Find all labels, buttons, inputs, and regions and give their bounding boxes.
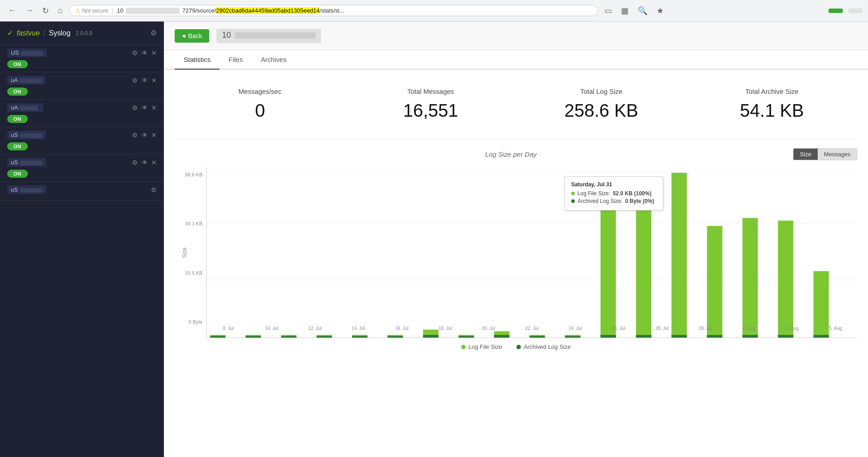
legend-dot-archive xyxy=(516,345,521,349)
main-content: Back 10 Statistics Files Archives Messag… xyxy=(164,22,868,457)
logo-version: 2.0.0.9 xyxy=(76,30,93,36)
y-axis: 58.6 KB 39.1 KB 19.5 KB 0 Byte xyxy=(175,167,206,338)
x-label-13: 1. Aug xyxy=(727,326,771,331)
sidebar: ✓ fastvue | Syslog 2.0.0.9 ⚙ US ⚙ 👁 ✕ ON xyxy=(0,22,164,457)
source-name-1: US xyxy=(7,48,47,57)
x-label-9: 24. Jul xyxy=(554,326,597,331)
tooltip-archive-value: 0 Byte (0%) xyxy=(625,198,654,204)
sidebar-item-2: uA ⚙ 👁 ✕ ON xyxy=(0,72,164,100)
logo-separator: | xyxy=(44,29,45,37)
toggle-btn-3[interactable]: ON xyxy=(7,115,28,123)
eye-icon-2[interactable]: 👁 xyxy=(141,77,148,84)
y-label-2: 39.1 KB xyxy=(185,221,203,226)
cast-button[interactable]: ▭ xyxy=(602,4,615,18)
gear-icon-1[interactable]: ⚙ xyxy=(132,49,138,57)
stat-total-messages: Total Messages 16,551 xyxy=(345,80,516,128)
y-axis-title: Size xyxy=(181,247,188,258)
chart-toggle-size[interactable]: Size xyxy=(793,149,817,160)
forward-nav-button[interactable]: → xyxy=(22,4,36,17)
tab-archives[interactable]: Archives xyxy=(252,50,296,70)
browser-action-btn1[interactable] xyxy=(828,9,843,13)
browser-chrome: ← → ↻ ⌂ ⚠ Not secure | 10 7279/source/29… xyxy=(0,0,868,22)
address-bar[interactable]: ⚠ Not secure | 10 7279/source/2902cbad6d… xyxy=(69,5,598,17)
gear-icon-3[interactable]: ⚙ xyxy=(132,104,138,111)
x-label-10: 26. Jul xyxy=(597,326,640,331)
settings-gear-icon[interactable]: ⚙ xyxy=(150,29,157,37)
grid-button[interactable]: ▦ xyxy=(618,4,631,18)
y-label-1: 58.6 KB xyxy=(185,172,203,177)
search-browser-button[interactable]: 🔍 xyxy=(635,4,650,18)
x-label-5: 16. Jul xyxy=(380,326,423,331)
close-icon-1[interactable]: ✕ xyxy=(151,49,157,57)
reload-button[interactable]: ↻ xyxy=(40,4,52,18)
legend-log-label: Log File Size xyxy=(468,343,502,350)
x-label-8: 22. Jul xyxy=(510,326,554,331)
x-label-2: 10. Jul xyxy=(250,326,294,331)
sidebar-scroll[interactable]: US ⚙ 👁 ✕ ON uA ⚙ 👁 ✕ xyxy=(0,45,164,457)
x-label-15: 5. Aug xyxy=(814,326,857,331)
total-archive-size-value: 54.1 KB xyxy=(694,101,850,121)
chart-title: Log Size per Day xyxy=(229,150,793,158)
tab-statistics[interactable]: Statistics xyxy=(175,50,220,70)
gear-icon-6[interactable]: ⚙ xyxy=(151,186,157,193)
close-icon-2[interactable]: ✕ xyxy=(151,77,157,84)
stat-total-archive-size: Total Archive Size 54.1 KB xyxy=(687,80,857,128)
chart-toggle[interactable]: Size Messages xyxy=(793,148,857,160)
toggle-btn-5[interactable]: ON xyxy=(7,170,28,178)
sidebar-item-5: uS ⚙ 👁 ✕ ON xyxy=(0,154,164,182)
tooltip-log-value: 52.0 KB (100%) xyxy=(613,190,652,197)
x-label-4: 14. Jul xyxy=(337,326,380,331)
tooltip-log-label: Log File Size: xyxy=(577,190,610,197)
url-separator: | xyxy=(112,7,113,14)
x-label-3: 12. Jul xyxy=(293,326,337,331)
total-archive-size-label: Total Archive Size xyxy=(694,88,850,95)
x-label-1: 8. Jul xyxy=(207,326,250,331)
back-button[interactable]: Back xyxy=(175,29,209,43)
eye-icon-5[interactable]: 👁 xyxy=(141,159,148,166)
eye-icon-4[interactable]: 👁 xyxy=(141,132,148,139)
tooltip-archive-row: Archived Log Size: 0 Byte (0%) xyxy=(571,198,657,204)
gear-icon-2[interactable]: ⚙ xyxy=(132,77,138,84)
stats-grid: Messages/sec 0 Total Messages 16,551 Tot… xyxy=(175,80,857,139)
back-nav-button[interactable]: ← xyxy=(5,4,19,17)
close-icon-5[interactable]: ✕ xyxy=(151,159,157,166)
toggle-btn-4[interactable]: ON xyxy=(7,142,28,150)
toggle-btn-1[interactable]: ON xyxy=(7,60,28,68)
tooltip-title: Saturday, Jul 31 xyxy=(571,181,657,188)
svg-rect-32 xyxy=(778,220,793,338)
x-label-7: 20. Jul xyxy=(467,326,511,331)
source-name-4: uS xyxy=(7,131,46,139)
bookmark-button[interactable]: ★ xyxy=(654,4,666,18)
close-icon-3[interactable]: ✕ xyxy=(151,104,157,111)
tooltip-archive-label: Archived Log Size: xyxy=(577,198,622,204)
messages-per-sec-label: Messages/sec xyxy=(182,88,338,95)
x-label-6: 18. Jul xyxy=(423,326,467,331)
tooltip-log-row: Log File Size: 52.0 KB (100%) xyxy=(571,190,657,197)
sidebar-item-3: uA ⚙ 👁 ✕ ON xyxy=(0,100,164,127)
sidebar-item-1: US ⚙ 👁 ✕ ON xyxy=(0,45,164,72)
browser-action-btn2[interactable] xyxy=(848,9,863,13)
top-bar: Back 10 xyxy=(164,22,868,50)
home-button[interactable]: ⌂ xyxy=(55,4,66,17)
svg-rect-26 xyxy=(671,173,687,338)
toggle-btn-2[interactable]: ON xyxy=(7,88,28,96)
gear-icon-5[interactable]: ⚙ xyxy=(132,159,138,166)
gear-icon-4[interactable]: ⚙ xyxy=(132,132,138,139)
chart-svg xyxy=(207,167,857,338)
tab-files[interactable]: Files xyxy=(220,50,252,70)
chart-header: Log Size per Day Size Messages xyxy=(175,148,857,160)
logo-brand: fastvue xyxy=(17,29,40,37)
stat-messages-per-sec: Messages/sec 0 xyxy=(175,80,345,128)
eye-icon-1[interactable]: 👁 xyxy=(141,49,148,57)
eye-icon-3[interactable]: 👁 xyxy=(141,104,148,111)
checkmark-icon: ✓ xyxy=(7,29,13,37)
source-name-5: uS xyxy=(7,158,46,167)
chart-area: 58.6 KB 39.1 KB 19.5 KB 0 Byte Size xyxy=(175,167,857,338)
logo-app: Syslog xyxy=(49,29,70,37)
chart-toggle-messages[interactable]: Messages xyxy=(818,149,857,160)
total-messages-value: 16,551 xyxy=(352,101,509,121)
legend-archive-item: Archived Log Size xyxy=(516,343,571,350)
url-text: 10 7279/source/2902cbad6da44459ad05abd13… xyxy=(117,7,344,14)
close-icon-4[interactable]: ✕ xyxy=(151,132,157,139)
y-label-4: 0 Byte xyxy=(189,319,203,325)
